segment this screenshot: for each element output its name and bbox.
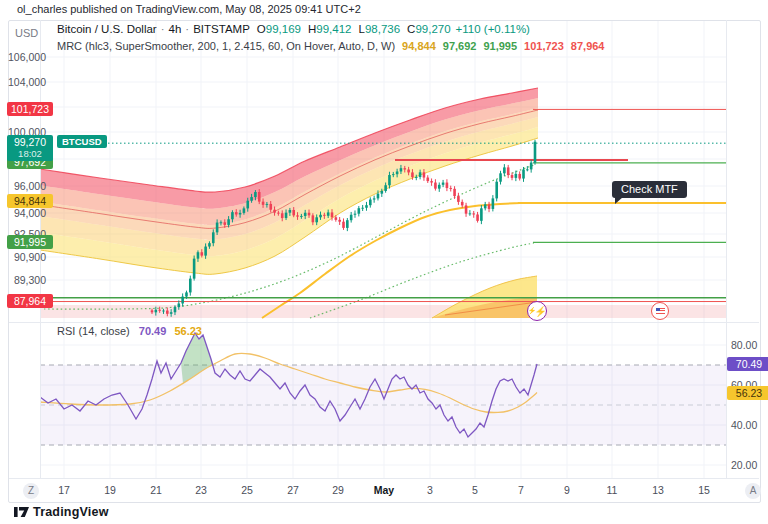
replay-end-marker[interactable]: A [745,483,761,499]
price-axis-label: 96,000 [6,180,46,192]
quote-value: 99,169 [266,23,301,35]
time-axis-label: 15 [687,484,721,496]
bar-countdown: 18:02 [7,148,53,160]
replay-start-marker[interactable]: Z [23,483,39,499]
check-mtf-tooltip: Check MTF [612,181,687,198]
time-axis-separator [9,478,759,479]
us-flag-event-icon[interactable] [651,302,669,320]
indicator-value: 91,995 [483,40,517,52]
symbol-name: Bitcoin / U.S. Dollar [57,23,157,35]
time-axis-label: 17 [47,484,81,496]
time-axis-label: May [367,484,401,496]
time-axis-label: 19 [93,484,127,496]
time-axis-label: 29 [321,484,355,496]
time-axis-label: 23 [184,484,218,496]
quote-value: 99,412 [316,23,351,35]
price-level-badge: 91,995 [7,235,53,249]
tradingview-logo-icon [14,505,29,519]
tradingview-snapshot: ol_charles published on TradingView.com,… [0,0,768,524]
price-axis-label: 94,000 [6,207,46,219]
lightning-event-icon[interactable]: ⚡⚡ [527,301,547,321]
price-axis-label: 106,000 [6,51,46,63]
time-axis-label: 25 [230,484,264,496]
time-axis-label: 5 [458,484,492,496]
quote-key: O [257,23,266,35]
quote-value: 99,270 [415,23,450,35]
rsi-axis-label: 20.00 [731,459,768,471]
price-axis-unit: USD [15,27,38,39]
price-level-badge: 87,964 [7,294,53,308]
indicator-value: 101,723 [524,40,564,52]
rsi-legend[interactable]: RSI (14, close) 70.49 56.23 [57,325,202,337]
right-scale-border [726,20,727,478]
quote-value: 98,736 [365,23,400,35]
symbol-exchange: BITSTAMP [193,23,250,35]
time-axis-label: 3 [413,484,447,496]
published-byline: ol_charles published on TradingView.com,… [17,3,361,15]
price-level-badge: 94,844 [7,194,53,208]
chart-canvas[interactable] [0,0,768,524]
rsi-level-badge: 70.49 [727,357,768,371]
rsi-axis-label: 80.00 [731,339,768,351]
tradingview-logo[interactable]: TradingView [14,505,109,519]
time-axis-label: 11 [595,484,629,496]
current-price-badge: 99,27018:02 [7,135,53,161]
rsi-level-badge: 56.23 [727,386,768,400]
change-value: +110 (+0.11%) [456,23,530,35]
rsi-value: 70.49 [139,325,167,337]
symbol-price-label: BTCUSD [57,135,107,148]
time-axis-label: 27 [276,484,310,496]
rsi-ma-value: 56.23 [174,325,202,337]
indicator-value: 97,692 [443,40,477,52]
time-axis-label: 13 [641,484,675,496]
rsi-axis-label: 40.00 [731,419,768,431]
symbol-legend[interactable]: Bitcoin / U.S. Dollar·4h·BITSTAMPO99,169… [57,23,530,35]
indicator-value: 94,844 [402,40,436,52]
symbol-interval: 4h [169,23,182,35]
indicator-legend[interactable]: MRC (hlc3, SuperSmoother, 200, 1, 2.415,… [57,40,605,52]
price-level-badge: 101,723 [7,102,53,116]
price-axis-label: 104,000 [6,76,46,88]
time-axis-label: 9 [550,484,584,496]
price-scale-border [40,20,41,478]
indicator-name: MRC (hlc3, SuperSmoother, 200, 1, 2.415,… [57,40,395,52]
time-axis-label: 21 [139,484,173,496]
time-axis-label: 7 [504,484,538,496]
price-axis-label: 90,900 [6,251,46,263]
price-axis-label: 89,300 [6,274,46,286]
pane-separator[interactable] [9,322,759,323]
indicator-value: 87,964 [571,40,605,52]
